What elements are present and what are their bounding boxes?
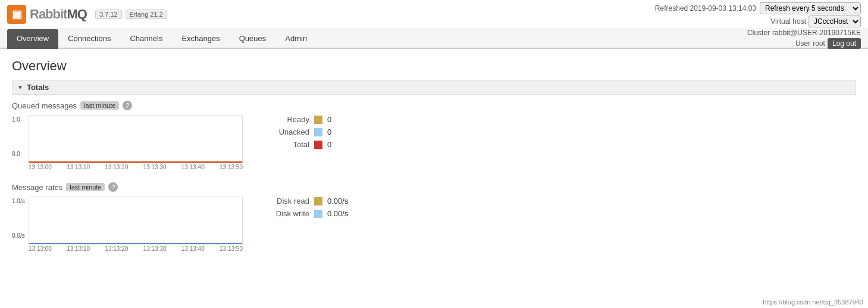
message-rates-chart-area: 1.0/s 0.0/s 13:13:00 13:13:10 13:13:20 1… <box>12 197 244 252</box>
vhost-row: Virtual host JCcccHost <box>655 15 861 27</box>
cluster-value: rabbit@USER-20190715KE <box>772 29 861 37</box>
stat-value-total: 0 <box>327 140 331 149</box>
queued-messages-label-row: Queued messages last minute ? <box>12 101 856 110</box>
rates-x-label-1: 13:13:10 <box>67 245 90 252</box>
version-badge: 3.7.12 <box>95 10 122 19</box>
rates-x-label-2: 13:13:20 <box>105 245 128 252</box>
erlang-badge: Erlang 21.2 <box>126 10 167 19</box>
stat-label-disk-read: Disk read <box>262 197 309 206</box>
stat-value-disk-read: 0.00/s <box>327 197 348 206</box>
rates-chart-y-bottom: 0.0/s <box>12 232 25 239</box>
stat-row-disk-read: Disk read 0.00/s <box>262 197 381 206</box>
rates-x-label-0: 13:13:00 <box>29 245 52 252</box>
collapse-triangle-icon: ▼ <box>17 84 23 91</box>
user-value: root <box>813 39 825 48</box>
stat-label-ready: Ready <box>262 115 309 124</box>
queued-messages-chart-area: 1.0 0.0 13:13:00 13:13:10 13:13:20 13:13… <box>12 115 244 170</box>
logout-button[interactable]: Log out <box>828 38 861 49</box>
vhost-label: Virtual host <box>770 17 806 26</box>
queued-messages-help-icon[interactable]: ? <box>123 101 132 110</box>
x-label-1: 13:13:10 <box>67 164 90 170</box>
message-rates-badge[interactable]: last minute <box>66 183 105 191</box>
page-title: Overview <box>12 58 856 74</box>
stat-color-total <box>314 141 322 149</box>
message-rates-chart <box>29 197 243 244</box>
stat-color-ready <box>314 116 322 124</box>
message-rates-label: Message rates <box>12 183 62 192</box>
queued-chart-y-bottom: 0.0 <box>12 151 20 157</box>
refresh-select[interactable]: Refresh every 5 secondsRefresh every 10 … <box>760 2 861 14</box>
user-label: User <box>795 39 810 48</box>
stat-row-unacked: Unacked 0 <box>262 127 381 136</box>
x-label-5: 13:13:50 <box>220 164 243 170</box>
user-row: User root Log out <box>655 38 861 49</box>
stat-label-unacked: Unacked <box>262 127 309 136</box>
queued-chart-x-labels: 13:13:00 13:13:10 13:13:20 13:13:30 13:1… <box>29 164 243 170</box>
stat-row-disk-write: Disk write 0.00/s <box>262 209 381 218</box>
logo-text: RabbitMQ <box>30 7 87 22</box>
stat-value-disk-write: 0.00/s <box>327 209 348 218</box>
message-rates-stats: Disk read 0.00/s Disk write 0.00/s <box>262 197 381 218</box>
refresh-timestamp: Refreshed 2019-09-03 13:14:03 <box>655 4 756 13</box>
message-rates-label-row: Message rates last minute ? <box>12 182 856 192</box>
stat-row-total: Total 0 <box>262 140 381 149</box>
nav-item-exchanges[interactable]: Exchanges <box>172 29 229 49</box>
x-label-2: 13:13:20 <box>105 164 128 170</box>
message-rates-help-icon[interactable]: ? <box>108 182 118 192</box>
rates-x-label-3: 13:13:30 <box>143 245 167 252</box>
refresh-row: Refreshed 2019-09-03 13:14:03 Refresh ev… <box>655 2 861 14</box>
x-label-4: 13:13:40 <box>181 164 205 170</box>
totals-section-header[interactable]: ▼ Totals <box>12 80 856 95</box>
queued-messages-row: 1.0 0.0 13:13:00 13:13:10 13:13:20 13:13… <box>12 115 856 170</box>
stat-value-ready: 0 <box>327 115 331 124</box>
stat-label-disk-write: Disk write <box>262 209 309 218</box>
stat-row-ready: Ready 0 <box>262 115 381 124</box>
stat-color-disk-write <box>314 210 322 218</box>
stat-color-disk-read <box>314 197 322 206</box>
nav-item-admin[interactable]: Admin <box>275 29 317 49</box>
queued-messages-badge[interactable]: last minute <box>80 101 119 110</box>
stat-color-unacked <box>314 128 322 136</box>
totals-section-title: Totals <box>27 83 49 92</box>
top-right-panel: Refreshed 2019-09-03 13:14:03 Refresh ev… <box>655 2 861 50</box>
rates-chart-x-labels: 13:13:00 13:13:10 13:13:20 13:13:30 13:1… <box>29 245 243 252</box>
header: ▣ RabbitMQ 3.7.12 Erlang 21.2 Refreshed … <box>0 0 868 29</box>
queued-chart-y-top: 1.0 <box>12 116 20 123</box>
logo-icon: ▣ <box>7 5 26 24</box>
logo: ▣ RabbitMQ 3.7.12 Erlang 21.2 <box>7 5 167 24</box>
cluster-label: Cluster <box>747 29 770 37</box>
stat-label-total: Total <box>262 140 309 149</box>
nav-item-connections[interactable]: Connections <box>58 29 120 49</box>
queued-messages-stats: Ready 0 Unacked 0 Total 0 <box>262 115 381 149</box>
message-rates-row: 1.0/s 0.0/s 13:13:00 13:13:10 13:13:20 1… <box>12 197 856 252</box>
logo-rabbit: Rabbit <box>30 7 67 21</box>
queued-messages-label: Queued messages <box>12 101 77 110</box>
rates-x-label-5: 13:13:50 <box>220 245 243 252</box>
rates-chart-y-top: 1.0/s <box>12 198 25 204</box>
logo-mq: MQ <box>67 7 86 21</box>
x-label-3: 13:13:30 <box>143 164 167 170</box>
cluster-row: Cluster rabbit@USER-20190715KE <box>655 29 861 37</box>
x-label-0: 13:13:00 <box>29 164 52 170</box>
nav-item-queues[interactable]: Queues <box>230 29 276 49</box>
queued-messages-chart <box>29 115 243 163</box>
nav-item-overview[interactable]: Overview <box>7 29 58 49</box>
nav-item-channels[interactable]: Channels <box>120 29 172 49</box>
rates-x-label-4: 13:13:40 <box>181 245 205 252</box>
vhost-select[interactable]: JCcccHost <box>809 15 861 27</box>
stat-value-unacked: 0 <box>327 127 331 136</box>
main-content: Overview ▼ Totals Queued messages last m… <box>0 49 868 273</box>
